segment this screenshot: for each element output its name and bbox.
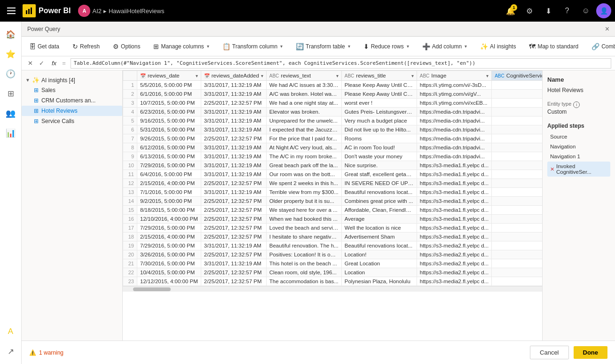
scrollbar-thumb[interactable]: [133, 287, 171, 291]
col-header-reviews-title[interactable]: ABC reviews_title ▾: [341, 71, 417, 81]
table-row[interactable]: 59/16/2015, 5:00:00 PM3/31/2017, 11:32:1…: [123, 116, 543, 125]
table-row[interactable]: 1612/10/2016, 4:00:00 PM2/25/2017, 12:32…: [123, 215, 543, 224]
col-filter-dateadded-icon[interactable]: ▾: [261, 73, 263, 78]
table-row[interactable]: 65/31/2016, 5:00:00 PM3/31/2017, 11:32:1…: [123, 125, 543, 134]
table-cell: Please Keep Away Until Co...: [341, 90, 417, 99]
data-grid-container[interactable]: 📅 reviews_date ▾ 📅 reviews_dateAdded ▾: [123, 70, 542, 341]
table-cell: 5: [123, 116, 137, 125]
step-item[interactable]: Navigation: [547, 142, 610, 151]
table-cell: 3/26/2016, 5:00:00 PM: [137, 250, 201, 259]
help-icon[interactable]: ?: [559, 2, 576, 19]
add-column-button[interactable]: ➕ Add column ▾: [418, 41, 471, 52]
table-row[interactable]: 197/29/2016, 5:00:00 PM3/31/2017, 11:32:…: [123, 241, 543, 250]
query-item-crm[interactable]: ⊞ CRM Customers an...: [22, 95, 122, 106]
table-row[interactable]: 79/26/2015, 5:00:00 PM2/25/2017, 12:32:5…: [123, 134, 543, 143]
query-item-sales[interactable]: ⊞ Sales: [22, 85, 122, 95]
col-type-cognitive-icon: ABC: [495, 73, 505, 78]
table-row[interactable]: 137/1/2016, 5:00:00 PM3/31/2017, 11:32:1…: [123, 188, 543, 197]
table-cell: 2/25/2017, 12:32:57 PM: [201, 99, 266, 108]
reduce-rows-button[interactable]: ⬇ Reduce rows ▾: [360, 41, 413, 52]
col-header-reviews-dateadded[interactable]: 📅 reviews_dateAdded ▾: [201, 71, 266, 81]
query-item-label: Hotel Reviews: [41, 108, 78, 114]
queries-group-header[interactable]: ▼ ✨ AI insights [4]: [22, 75, 122, 85]
table-row[interactable]: 107/29/2016, 5:00:00 PM3/31/2017, 11:32:…: [123, 161, 543, 170]
hamburger-menu-icon[interactable]: [4, 3, 19, 18]
sidebar-shared-icon[interactable]: 👥: [2, 104, 20, 122]
table-row[interactable]: 15/5/2016, 5:00:00 PM3/31/2017, 11:32:19…: [123, 81, 543, 90]
transform-table-button[interactable]: 🔄 Transform table ▾: [292, 41, 354, 52]
workspace-avatar: A: [78, 5, 90, 17]
table-row[interactable]: 2312/12/2015, 4:00:00 PM2/25/2017, 12:32…: [123, 277, 543, 286]
table-row[interactable]: 217/30/2016, 5:00:00 PM3/31/2017, 11:32:…: [123, 259, 543, 268]
col-filter-text-icon[interactable]: ▾: [336, 73, 339, 78]
table-row[interactable]: 122/15/2016, 4:00:00 PM2/25/2017, 12:32:…: [123, 179, 543, 188]
table-row[interactable]: 116/4/2016, 5:00:00 PM3/31/2017, 11:32:1…: [123, 170, 543, 179]
combine-tables-button[interactable]: 🔗 Combine tables ▾: [588, 41, 615, 52]
table-cell: https://s3-media1.fl.yelpc d...: [417, 197, 491, 206]
table-row[interactable]: 158/18/2015, 5:00:00 PM2/25/2017, 12:32:…: [123, 206, 543, 215]
right-panel: Name Hotel Reviews Entity type i Custom …: [542, 70, 615, 341]
manage-columns-button[interactable]: ⊞ Manage columns ▾: [150, 41, 213, 52]
user-avatar[interactable]: 👤: [596, 3, 611, 18]
table-row[interactable]: 182/15/2016, 4:00:00 PM2/25/2017, 12:32:…: [123, 232, 543, 241]
table-row[interactable]: 46/23/2016, 5:00:00 PM3/31/2017, 11:32:1…: [123, 108, 543, 116]
horizontal-scrollbar[interactable]: [123, 286, 542, 292]
step-item[interactable]: Navigation 1: [547, 152, 610, 161]
table-row[interactable]: 26/1/2016, 5:00:00 PM3/31/2017, 11:32:19…: [123, 90, 543, 99]
table-cell: 0.667: [492, 179, 542, 188]
entity-type-info-icon[interactable]: i: [573, 101, 580, 108]
table-row[interactable]: 310/7/2015, 5:00:00 PM2/25/2017, 12:32:5…: [123, 99, 543, 108]
col-header-cognitive[interactable]: ABC CognitiveServices.... ▾: [492, 71, 542, 81]
sidebar-home-icon[interactable]: 🏠: [2, 25, 20, 43]
table-row[interactable]: 149/2/2015, 5:00:00 PM2/25/2017, 12:32:5…: [123, 197, 543, 206]
refresh-button[interactable]: ↻ Refresh: [69, 41, 103, 52]
col-filter-date-icon[interactable]: ▾: [196, 73, 198, 78]
feedback-icon[interactable]: ☺: [577, 2, 594, 19]
table-row[interactable]: 177/29/2016, 5:00:00 PM2/25/2017, 12:32:…: [123, 224, 543, 232]
step-delete-icon[interactable]: ✕: [550, 166, 554, 172]
col-header-image[interactable]: ABC Image ▾: [417, 71, 491, 81]
transform-column-button[interactable]: 📋 Transform column ▾: [219, 41, 286, 52]
step-item[interactable]: Source: [547, 132, 610, 141]
map-to-standard-button[interactable]: 🗺 Map to standard: [525, 41, 582, 52]
modal-close-button[interactable]: ×: [605, 25, 609, 33]
power-query-modal: Power Query × 🗄 Get data ↻ Refresh ⚙ Opt…: [22, 22, 615, 364]
sidebar-expand-icon[interactable]: ↗: [2, 342, 20, 360]
sidebar-favorites-icon[interactable]: ⭐: [2, 45, 20, 63]
query-item-service-calls[interactable]: ⊞ Service Calls: [22, 116, 122, 126]
table-row[interactable]: 96/13/2016, 5:00:00 PM3/31/2017, 11:32:1…: [123, 152, 543, 161]
download-icon[interactable]: ⬇: [540, 2, 557, 19]
step-item[interactable]: ✕Invoked CognitiveSer...: [547, 162, 610, 177]
sidebar-apps-icon[interactable]: ⊞: [2, 85, 20, 102]
table-cell: 7/29/2016, 5:00:00 PM: [137, 224, 201, 232]
sidebar-learn-icon[interactable]: 📊: [2, 124, 20, 142]
ai-insights-button[interactable]: ✨ AI insights: [476, 41, 520, 52]
get-data-button[interactable]: 🗄 Get data: [25, 41, 63, 52]
applied-steps-section: Applied steps SourceNavigationNavigation…: [547, 123, 610, 177]
col-header-reviews-date[interactable]: 📅 reviews_date ▾: [137, 71, 201, 81]
settings-icon[interactable]: ⚙: [521, 2, 538, 19]
formula-input[interactable]: [71, 58, 611, 69]
sidebar-recent-icon[interactable]: 🕐: [2, 65, 20, 83]
notification-icon[interactable]: 🔔 1: [502, 2, 519, 19]
sidebar-user-icon[interactable]: A: [2, 323, 20, 341]
data-grid: 📅 reviews_date ▾ 📅 reviews_dateAdded ▾: [123, 70, 542, 286]
table-cell: Don't waste your money: [341, 152, 417, 161]
formula-confirm-btn[interactable]: ✓: [37, 59, 46, 68]
col-filter-title-icon[interactable]: ▾: [411, 73, 414, 78]
col-filter-image-icon[interactable]: ▾: [486, 73, 489, 78]
col-header-reviews-text[interactable]: ABC reviews_text ▾: [266, 71, 341, 81]
table-cell: 20: [123, 250, 137, 259]
done-button[interactable]: Done: [574, 346, 608, 359]
formula-cancel-btn[interactable]: ✕: [25, 59, 35, 68]
topbar-icons: 🔔 1 ⚙ ⬇ ? ☺ 👤: [502, 2, 611, 19]
table-row[interactable]: 2210/4/2015, 5:00:00 PM2/25/2017, 12:32:…: [123, 268, 543, 277]
manage-columns-icon: ⊞: [153, 43, 159, 50]
formula-buttons: ✕ ✓: [25, 59, 46, 68]
table-row[interactable]: 203/26/2016, 5:00:00 PM2/25/2017, 12:32:…: [123, 250, 543, 259]
table-row[interactable]: 86/12/2016, 5:00:00 PM3/31/2017, 11:32:1…: [123, 143, 543, 152]
table-cell: 3/31/2017, 11:32:19 AM: [201, 90, 266, 99]
query-item-hotel-reviews[interactable]: ⊞ Hotel Reviews: [22, 106, 122, 116]
cancel-button[interactable]: Cancel: [530, 346, 568, 359]
options-button[interactable]: ⚙ Options: [109, 41, 144, 52]
